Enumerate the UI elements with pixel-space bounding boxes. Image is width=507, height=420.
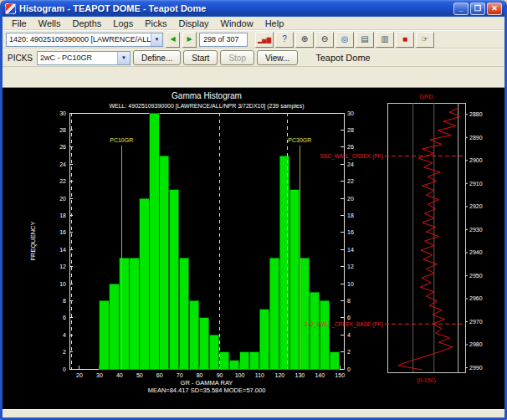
app-window: Histogram - TEAPOT DOME - Teapot Dome _ … <box>0 0 507 420</box>
histogram-chart-button[interactable]: ▂▅▇ <box>255 32 274 48</box>
print-button[interactable]: ▤ <box>356 32 374 48</box>
svg-text:2980: 2980 <box>469 341 483 347</box>
svg-text:10: 10 <box>59 281 66 287</box>
next-well-button[interactable]: ▶ <box>182 32 197 48</box>
well-counter-field[interactable]: 298 of 307 <box>199 33 248 47</box>
record-stop-button[interactable]: ■ <box>396 32 414 48</box>
svg-text:(0-150): (0-150) <box>417 377 436 384</box>
picks-selector[interactable]: 2wC - PC10GR ▼ <box>37 51 131 65</box>
well-toolbar: 1420: 49025109390000 [LAWRENCE/ALL/N ▼ ◀… <box>3 30 504 49</box>
svg-text:90: 90 <box>217 372 223 378</box>
svg-text:2960: 2960 <box>469 295 483 301</box>
svg-text:2930: 2930 <box>469 227 483 233</box>
menu-item-wells[interactable]: Wells <box>33 18 67 29</box>
menu-item-logs[interactable]: Logs <box>107 18 139 29</box>
refresh-button[interactable]: ◎ <box>335 32 354 48</box>
svg-text:26: 26 <box>59 144 66 150</box>
svg-text:0: 0 <box>63 366 66 372</box>
header-spacer <box>3 67 504 87</box>
svg-text:110: 110 <box>255 372 264 378</box>
menu-item-window[interactable]: Window <box>215 18 259 29</box>
well-selector-value: 1420: 49025109390000 [LAWRENCE/ALL/N <box>7 33 151 46</box>
menu-item-display[interactable]: Display <box>172 18 214 29</box>
svg-text:80: 80 <box>197 372 203 378</box>
svg-text:2920: 2920 <box>469 203 483 209</box>
svg-text:SNC_WALL_CREEK (PK): SNC_WALL_CREEK (PK) <box>320 153 383 160</box>
titlebar[interactable]: Histogram - TEAPOT DOME - Teapot Dome _ … <box>3 0 504 17</box>
menu-item-file[interactable]: File <box>6 18 33 29</box>
chevron-down-icon[interactable]: ▼ <box>151 33 162 46</box>
svg-text:22: 22 <box>59 178 66 184</box>
help-button[interactable]: ? <box>275 32 294 48</box>
svg-text:28: 28 <box>59 127 66 133</box>
start-button[interactable]: Start <box>183 50 218 65</box>
window-title: Histogram - TEAPOT DOME - Teapot Dome <box>19 3 453 13</box>
svg-text:2940: 2940 <box>469 249 483 255</box>
picks-label: PICKS <box>6 54 34 63</box>
svg-text:20: 20 <box>59 196 66 202</box>
prev-arrow-icon: ◀ <box>170 36 175 43</box>
menu-item-help[interactable]: Help <box>259 18 290 29</box>
picks-toolbar: PICKS 2wC - PC10GR ▼ Define... Start Sto… <box>3 49 504 67</box>
svg-text:8: 8 <box>63 298 66 304</box>
minimize-button[interactable]: _ <box>453 3 469 15</box>
zoom-in-button[interactable]: ⊕ <box>295 32 314 48</box>
svg-text:60: 60 <box>156 372 163 378</box>
well-selector[interactable]: 1420: 49025109390000 [LAWRENCE/ALL/N ▼ <box>6 33 163 47</box>
svg-text:2880: 2880 <box>469 111 483 117</box>
svg-text:70: 70 <box>177 372 183 378</box>
status-bar <box>3 409 504 417</box>
svg-text:2950: 2950 <box>469 273 483 279</box>
svg-text:18: 18 <box>59 213 66 218</box>
gr-log-track: GRD2880289029002910292029302940295029602… <box>279 91 501 386</box>
svg-text:WELL: 49025109390000 [LAWRENCE: WELL: 49025109390000 [LAWRENCE/ALL/NPR 3… <box>109 103 304 110</box>
svg-text:16: 16 <box>59 229 66 235</box>
svg-text:2910: 2910 <box>469 181 483 187</box>
svg-text:24: 24 <box>59 161 66 167</box>
svg-text:50: 50 <box>136 372 143 378</box>
svg-text:20: 20 <box>76 372 83 378</box>
svg-text:FREQUENCY: FREQUENCY <box>29 221 37 260</box>
svg-text:PC10GR: PC10GR <box>110 137 133 143</box>
menu-item-picks[interactable]: Picks <box>139 18 172 29</box>
svg-text:12: 12 <box>59 264 66 269</box>
project-title: Teapot Dome <box>315 53 370 63</box>
zoom-out-button[interactable]: ⊖ <box>315 32 334 48</box>
menu-item-depths[interactable]: Depths <box>66 18 107 29</box>
prev-well-button[interactable]: ◀ <box>166 32 180 48</box>
svg-text:2900: 2900 <box>469 157 483 163</box>
svg-text:30: 30 <box>59 110 66 116</box>
svg-text:MEAN=84.417 SD=35.584 MODE=57.: MEAN=84.417 SD=35.584 MODE=57.000 <box>148 387 266 394</box>
svg-text:GR - GAMMA RAY: GR - GAMMA RAY <box>181 379 233 387</box>
pan-hand-button[interactable]: ☞ <box>416 32 434 48</box>
view-button[interactable]: View... <box>257 50 298 65</box>
close-button[interactable]: ✕ <box>487 3 502 15</box>
svg-text:40: 40 <box>116 372 123 378</box>
svg-text:14: 14 <box>59 247 66 253</box>
svg-text:2: 2 <box>63 349 66 355</box>
app-icon <box>5 3 16 14</box>
export-button[interactable]: ▥ <box>376 32 394 48</box>
svg-text:GRD: GRD <box>419 93 433 100</box>
svg-text:4: 4 <box>63 332 66 338</box>
svg-text:6: 6 <box>63 315 66 320</box>
maximize-button[interactable]: ❐ <box>470 3 485 15</box>
plot-area: Gamma HistogramWELL: 49025109390000 [LAW… <box>3 87 504 409</box>
svg-text:100: 100 <box>235 372 245 378</box>
svg-text:30: 30 <box>96 372 103 378</box>
define-button[interactable]: Define... <box>133 50 181 65</box>
next-arrow-icon: ▶ <box>187 36 192 43</box>
toolbar-icon-group: ▂▅▇?⊕⊖◎▤▥■☞ <box>255 32 434 48</box>
stop-button[interactable]: Stop <box>220 50 254 65</box>
svg-text:2990: 2990 <box>469 365 483 371</box>
chevron-down-icon[interactable]: ▼ <box>117 52 130 64</box>
svg-text:2970: 2970 <box>469 319 483 325</box>
picks-selector-value: 2wC - PC10GR <box>38 52 117 64</box>
menubar: FileWellsDepthsLogsPicksDisplayWindowHel… <box>3 17 504 30</box>
svg-text:2~2_WALL_CREEK_BASE (PK): 2~2_WALL_CREEK_BASE (PK) <box>305 321 383 328</box>
svg-text:2890: 2890 <box>469 135 483 141</box>
svg-text:Gamma Histogram: Gamma Histogram <box>172 91 242 100</box>
